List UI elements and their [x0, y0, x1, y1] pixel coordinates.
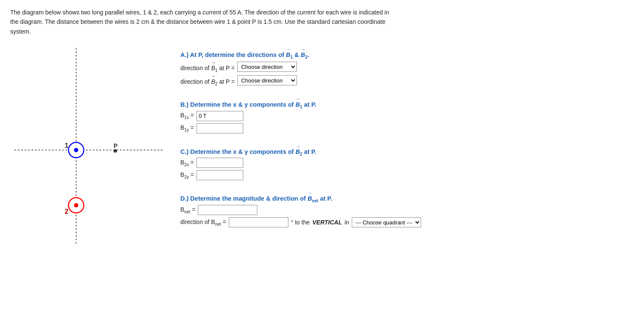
b2y-row: B2y =: [180, 170, 634, 180]
svg-text:P: P: [114, 142, 117, 149]
b1y-label: B1y =: [180, 124, 194, 132]
bnet-input[interactable]: [198, 205, 257, 215]
b2y-input[interactable]: [197, 170, 243, 180]
bnet-label: Bnet =: [180, 206, 195, 214]
b1x-row: B1x =: [180, 111, 634, 121]
b2y-label: B2y =: [180, 171, 194, 179]
problem-text: The diagram below shows two long paralle…: [10, 8, 393, 36]
section-a-title: A.) At P, determine the directions of B1…: [180, 48, 634, 60]
direction-b2-select[interactable]: Choose direction +x -x +y -y +z -z: [237, 75, 297, 85]
svg-point-8: [74, 203, 78, 207]
section-b: B.) Determine the x & y components of B1…: [180, 98, 634, 136]
section-c: C.) Determine the x & y components of B2…: [180, 145, 634, 183]
section-d-title: D.) Determine the magnitude & direction …: [180, 192, 634, 203]
direction-b1-row: direction of B1 at P = Choose direction …: [180, 61, 634, 73]
in-label: in: [345, 219, 349, 226]
b2x-input[interactable]: [197, 158, 243, 168]
direction-b2-label: direction of B2 at P =: [180, 75, 235, 86]
section-b-label: B.): [180, 101, 188, 108]
svg-text:1: 1: [65, 142, 68, 149]
section-a: A.) At P, determine the directions of B1…: [180, 48, 634, 88]
b2x-row: B2x =: [180, 158, 634, 168]
bnet-direction-input[interactable]: [229, 217, 288, 227]
direction-b1-select[interactable]: Choose direction +x -x +y -y +z -z: [237, 62, 297, 72]
svg-point-3: [74, 148, 78, 152]
main-layout: 1 P 2 A.) At P, determine the directions…: [10, 44, 634, 248]
b1x-label: B1x =: [180, 112, 194, 120]
b1x-input[interactable]: [197, 111, 243, 121]
quadrant-select[interactable]: --- Choose quadrant --- Quadrant I Quadr…: [352, 217, 421, 227]
section-a-label: A.): [180, 51, 188, 58]
section-c-label: C.): [180, 148, 188, 155]
svg-text:2: 2: [65, 208, 68, 215]
bnet-direction-row: direction of Bnet = ° to the VERTICAL in…: [180, 217, 634, 227]
bnet-row: Bnet =: [180, 205, 634, 215]
vertical-label: VERTICAL: [312, 219, 342, 226]
section-d: D.) Determine the magnitude & direction …: [180, 192, 634, 230]
degree-suffix: ° to the: [291, 219, 310, 226]
bnet-direction-label: direction of Bnet =: [180, 218, 226, 227]
b1y-input[interactable]: [197, 123, 243, 133]
questions-area: A.) At P, determine the directions of B1…: [180, 44, 634, 231]
svg-point-5: [114, 149, 117, 153]
section-d-label: D.): [180, 195, 188, 202]
direction-b2-row: direction of B2 at P = Choose direction …: [180, 75, 634, 86]
diagram-area: 1 P 2: [10, 44, 168, 248]
diagram-svg: 1 P 2: [10, 44, 168, 248]
section-b-title: B.) Determine the x & y components of B1…: [180, 98, 634, 109]
b2x-label: B2x =: [180, 159, 194, 167]
section-c-title: C.) Determine the x & y components of B2…: [180, 145, 634, 156]
direction-b1-label: direction of B1 at P =: [180, 61, 235, 73]
b1y-row: B1y =: [180, 123, 634, 133]
